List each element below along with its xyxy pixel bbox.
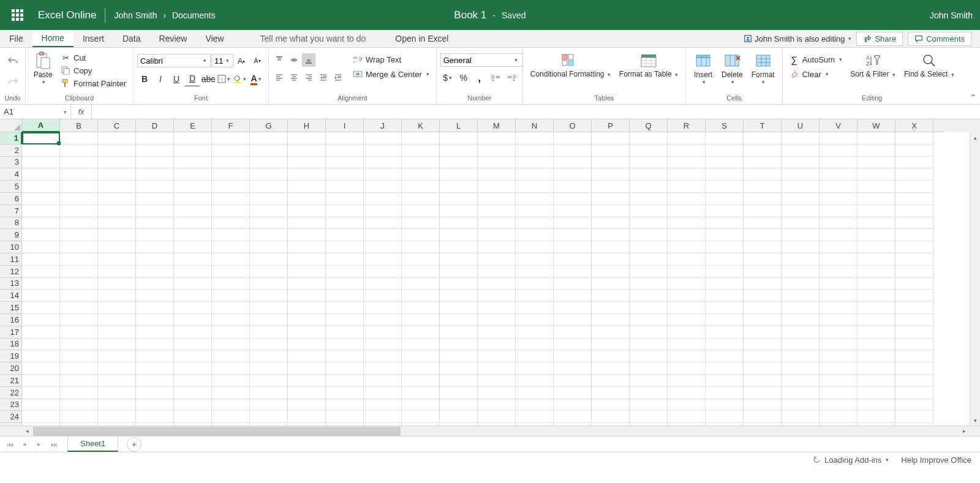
cell-D20[interactable]: [136, 362, 174, 375]
cell-C7[interactable]: [98, 205, 136, 217]
cell-M6[interactable]: [478, 193, 516, 205]
cell-J9[interactable]: [364, 229, 402, 241]
cell-S25[interactable]: [706, 423, 744, 425]
copy-button[interactable]: Copy: [58, 64, 129, 77]
cell-W8[interactable]: [858, 217, 895, 230]
cell-C25[interactable]: [98, 423, 136, 425]
cell-U20[interactable]: [782, 362, 820, 375]
column-header-M[interactable]: M: [478, 119, 516, 132]
cell-F24[interactable]: [212, 411, 250, 423]
cell-L18[interactable]: [440, 339, 478, 351]
cell-M10[interactable]: [478, 241, 516, 253]
cell-I13[interactable]: [326, 278, 364, 290]
cell-L20[interactable]: [440, 362, 478, 375]
cell-C11[interactable]: [98, 253, 136, 266]
row-header-3[interactable]: 3: [0, 157, 22, 169]
cell-U24[interactable]: [782, 411, 820, 423]
cell-A15[interactable]: [22, 302, 60, 314]
number-format-select[interactable]: [440, 53, 523, 67]
cell-G21[interactable]: [250, 375, 288, 387]
cell-H23[interactable]: [288, 399, 326, 411]
cell-D8[interactable]: [136, 217, 174, 230]
cell-P21[interactable]: [592, 375, 630, 387]
cell-G9[interactable]: [250, 229, 288, 241]
cell-R10[interactable]: [668, 241, 706, 253]
cell-M24[interactable]: [478, 411, 516, 423]
cell-F8[interactable]: [212, 217, 250, 230]
column-header-X[interactable]: X: [895, 119, 933, 132]
cell-V11[interactable]: [820, 253, 858, 266]
cell-S13[interactable]: [706, 278, 744, 290]
cell-J25[interactable]: [364, 423, 402, 425]
cell-A21[interactable]: [22, 375, 60, 387]
cell-Q6[interactable]: [630, 193, 668, 205]
row-header-12[interactable]: 12: [0, 266, 22, 278]
cell-N8[interactable]: [516, 217, 554, 230]
cell-C13[interactable]: [98, 278, 136, 290]
cell-V24[interactable]: [820, 411, 858, 423]
decrease-decimal-button[interactable]: .00.0: [504, 70, 519, 85]
cell-J18[interactable]: [364, 339, 402, 351]
cell-D23[interactable]: [136, 399, 174, 411]
strikethrough-button[interactable]: abc: [201, 72, 216, 86]
cell-K14[interactable]: [402, 290, 440, 302]
borders-button[interactable]: ▾: [217, 72, 232, 86]
cell-B22[interactable]: [60, 387, 98, 399]
cell-H5[interactable]: [288, 181, 326, 193]
cell-W3[interactable]: [858, 157, 895, 169]
cell-B12[interactable]: [60, 266, 98, 278]
cell-I15[interactable]: [326, 302, 364, 314]
cell-R25[interactable]: [668, 423, 706, 425]
shrink-font-button[interactable]: A▾: [250, 53, 265, 68]
formula-input[interactable]: [92, 105, 980, 119]
cell-F6[interactable]: [212, 193, 250, 205]
cell-D18[interactable]: [136, 339, 174, 351]
cell-L11[interactable]: [440, 253, 478, 266]
cell-F16[interactable]: [212, 314, 250, 326]
cell-G6[interactable]: [250, 193, 288, 205]
cell-O11[interactable]: [554, 253, 592, 266]
cell-S2[interactable]: [706, 144, 744, 157]
loading-addins-status[interactable]: Loading Add-ins ▾: [812, 455, 889, 465]
cell-D22[interactable]: [136, 387, 174, 399]
row-header-16[interactable]: 16: [0, 314, 22, 326]
cell-N12[interactable]: [516, 266, 554, 278]
cell-B14[interactable]: [60, 290, 98, 302]
column-header-J[interactable]: J: [364, 119, 402, 132]
cell-D7[interactable]: [136, 205, 174, 217]
cell-M25[interactable]: [478, 423, 516, 425]
cell-P2[interactable]: [592, 144, 630, 157]
scroll-down-button[interactable]: ▾: [970, 415, 980, 425]
cell-R5[interactable]: [668, 181, 706, 193]
cell-W7[interactable]: [858, 205, 895, 217]
cell-A12[interactable]: [22, 266, 60, 278]
open-in-excel-button[interactable]: Open in Excel: [386, 30, 457, 47]
cell-H8[interactable]: [288, 217, 326, 230]
cell-V12[interactable]: [820, 266, 858, 278]
cell-V7[interactable]: [820, 205, 858, 217]
cell-I21[interactable]: [326, 375, 364, 387]
cell-C6[interactable]: [98, 193, 136, 205]
scroll-up-button[interactable]: ▴: [970, 132, 980, 143]
cell-Q8[interactable]: [630, 217, 668, 230]
cell-L22[interactable]: [440, 387, 478, 399]
cell-W11[interactable]: [858, 253, 895, 266]
cell-V16[interactable]: [820, 314, 858, 326]
cell-N25[interactable]: [516, 423, 554, 425]
cell-E6[interactable]: [174, 193, 212, 205]
cell-K2[interactable]: [402, 144, 440, 157]
cell-H13[interactable]: [288, 278, 326, 290]
cell-B8[interactable]: [60, 217, 98, 230]
column-header-O[interactable]: O: [554, 119, 592, 132]
cell-A3[interactable]: [22, 157, 60, 169]
cell-V3[interactable]: [820, 157, 858, 169]
cell-R7[interactable]: [668, 205, 706, 217]
sheet-nav-prev[interactable]: ◂: [17, 437, 32, 452]
cell-K9[interactable]: [402, 229, 440, 241]
cell-J3[interactable]: [364, 157, 402, 169]
row-header-15[interactable]: 15: [0, 302, 22, 314]
cell-V10[interactable]: [820, 241, 858, 253]
cell-F14[interactable]: [212, 290, 250, 302]
cell-G7[interactable]: [250, 205, 288, 217]
tell-me-search[interactable]: Tell me what you want to do: [252, 30, 375, 47]
